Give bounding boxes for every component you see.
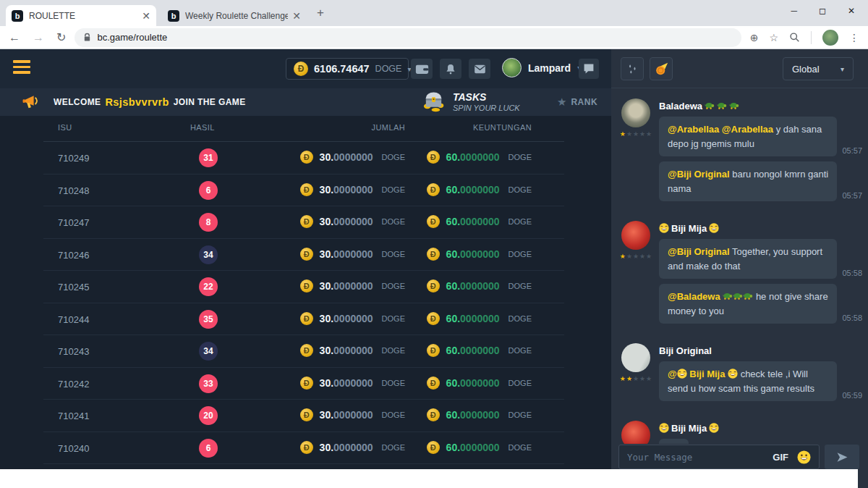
tasks-widget[interactable]: TASKS SPIN YOUR LUCK	[422, 91, 520, 112]
chat-sidebar: Global ▾ ★★★★★ Baladewa @Arabellaa @Arab…	[611, 49, 868, 488]
chat-username[interactable]: Biji Mija	[659, 421, 862, 435]
hamburger-menu-icon[interactable]	[13, 60, 30, 74]
doge-coin-icon: Đ	[427, 344, 440, 357]
row-amount: Đ 30.0000000 DOGE	[300, 408, 405, 421]
doge-coin-icon: Đ	[300, 279, 313, 293]
chat-username[interactable]: Baladewa	[659, 98, 862, 113]
site-header: Đ 6106.74647 DOGE ▾ Lampard ▾	[0, 49, 611, 88]
rank-widget[interactable]: ★ RANK	[557, 96, 597, 107]
window-maximize-icon[interactable]: ◻	[819, 6, 826, 16]
table-row: 710243 34 Đ 30.0000000 DOGE Đ 60.0000000…	[43, 335, 564, 368]
bookmark-star-icon[interactable]: ☆	[769, 32, 778, 43]
doge-coin-icon: Đ	[427, 441, 440, 454]
browser-profile-avatar[interactable]	[822, 30, 838, 46]
chat-mention[interactable]: Biji Mija	[687, 369, 728, 379]
tab-close-icon[interactable]: ✕	[292, 10, 301, 22]
table-row: 710240 6 Đ 30.0000000 DOGE Đ 60.0000000 …	[43, 432, 564, 465]
doge-coin-icon: Đ	[427, 183, 440, 196]
laugh-emoji-icon	[659, 223, 669, 233]
laugh-emoji-icon	[677, 369, 687, 379]
laugh-emoji-icon	[709, 423, 719, 433]
address-bar[interactable]: bc.game/roulette	[75, 28, 741, 47]
doge-coin-icon: Đ	[427, 279, 440, 293]
chat-avatar[interactable]	[621, 343, 650, 372]
lock-icon	[83, 33, 91, 42]
chat-username[interactable]: Biji Mija	[659, 221, 862, 235]
chat-bubble: @Biji Original baru nongol kmrn ganti na…	[659, 161, 837, 201]
rain-button[interactable]	[621, 57, 644, 80]
chat-mention[interactable]: @Arabellaa	[722, 124, 773, 135]
chat-mention[interactable]: @	[668, 369, 677, 379]
reload-icon[interactable]: ↻	[56, 30, 66, 44]
bcgame-favicon: b	[168, 10, 179, 22]
chat-avatar[interactable]	[621, 421, 650, 444]
chat-message-list: ★★★★★ Baladewa @Arabellaa @Arabellaa y d…	[611, 89, 868, 444]
user-menu[interactable]: Lampard ▾	[502, 58, 581, 77]
chat-channel-select[interactable]: Global ▾	[783, 57, 854, 80]
row-profit: Đ 60.0000000 DOGE	[427, 312, 532, 325]
zoom-icon[interactable]: ⊕	[750, 32, 759, 43]
message-input-box[interactable]: GIF	[618, 445, 820, 469]
doge-coin-icon: Đ	[300, 376, 313, 390]
search-icon[interactable]	[789, 32, 800, 43]
fireball-icon	[655, 62, 668, 76]
row-profit: Đ 60.0000000 DOGE	[427, 215, 532, 228]
table-row: 710249 31 Đ 30.0000000 DOGE Đ 60.0000000…	[43, 142, 564, 174]
chat-mention[interactable]: @Biji Original	[668, 246, 730, 257]
tab-roulette[interactable]: b ROULETTE ✕	[6, 5, 156, 26]
browser-menu-icon[interactable]: ⋮	[849, 32, 859, 43]
main-content: Đ 6106.74647 DOGE ▾ Lampard ▾	[0, 49, 611, 488]
chat-mention[interactable]: @Baladewa	[668, 291, 720, 302]
coin-drop-button[interactable]	[650, 57, 673, 80]
user-avatar	[502, 58, 522, 77]
message-input[interactable]	[627, 452, 768, 463]
tab-close-icon[interactable]: ✕	[142, 10, 150, 22]
turtle-emoji-icon	[729, 101, 739, 111]
channel-name: Global	[792, 64, 820, 75]
chat-toggle-button[interactable]	[579, 59, 599, 79]
tasks-title: TASKS	[453, 91, 520, 103]
doge-coin-icon: Đ	[300, 248, 313, 261]
row-isu: 710248	[58, 185, 89, 196]
chat-mention[interactable]: @Arabellaa	[668, 124, 719, 135]
window-minimize-icon[interactable]: ─	[791, 6, 797, 16]
chat-message-group: ★★★★★ Baladewa @Arabellaa @Arabellaa y d…	[618, 98, 862, 206]
emoji-picker-icon[interactable]	[797, 450, 811, 464]
chat-avatar[interactable]	[621, 221, 650, 250]
tab-weekly-challenge[interactable]: b Weekly Roulette Challenge - Win ✕	[162, 5, 307, 26]
new-tab-button[interactable]: +	[317, 6, 324, 20]
row-isu: 710244	[58, 314, 89, 325]
megaphone-icon	[22, 93, 41, 111]
balance-selector[interactable]: Đ 6106.74647 DOGE ▾	[286, 58, 409, 80]
forward-icon[interactable]: →	[33, 31, 44, 44]
results-table-header: ISU HASIL JUMLAH KEUNTUNGAN	[43, 116, 564, 142]
chat-bubble: Ok	[659, 439, 689, 444]
wallet-button[interactable]	[411, 59, 433, 79]
rank-label: RANK	[571, 97, 597, 107]
tasks-subtitle: SPIN YOUR LUCK	[453, 104, 520, 112]
row-isu: 710243	[58, 346, 89, 357]
doge-coin-icon: Đ	[427, 312, 440, 325]
send-button[interactable]	[825, 445, 859, 469]
column-keuntungan: KEUNTUNGAN	[473, 123, 532, 132]
row-isu: 710247	[58, 217, 89, 228]
chat-message-group: ★★★★★ Biji Original @ Biji Mija check te…	[618, 343, 862, 406]
welcomed-username: Rsjsbvvrvrb	[105, 96, 169, 108]
back-icon[interactable]: ←	[9, 31, 20, 44]
chat-avatar[interactable]	[621, 98, 650, 127]
chat-username[interactable]: Biji Original	[659, 343, 862, 358]
result-badge: 33	[199, 374, 218, 393]
notifications-button[interactable]	[440, 59, 461, 79]
user-rating: ★★★★★	[620, 376, 652, 382]
wallet-icon	[415, 63, 429, 75]
gif-button[interactable]: GIF	[773, 452, 788, 463]
toolbar-divider	[811, 31, 812, 44]
window-close-icon[interactable]: ✕	[848, 6, 855, 16]
messages-button[interactable]	[469, 59, 490, 79]
table-row: 710245 22 Đ 30.0000000 DOGE Đ 60.0000000…	[43, 271, 564, 303]
row-profit: Đ 60.0000000 DOGE	[427, 248, 532, 261]
chevron-down-icon: ▾	[841, 65, 844, 73]
chat-mention[interactable]: @Biji Original	[668, 169, 730, 180]
message-time: 05:58	[842, 314, 862, 324]
doge-coin-icon: Đ	[300, 151, 313, 164]
